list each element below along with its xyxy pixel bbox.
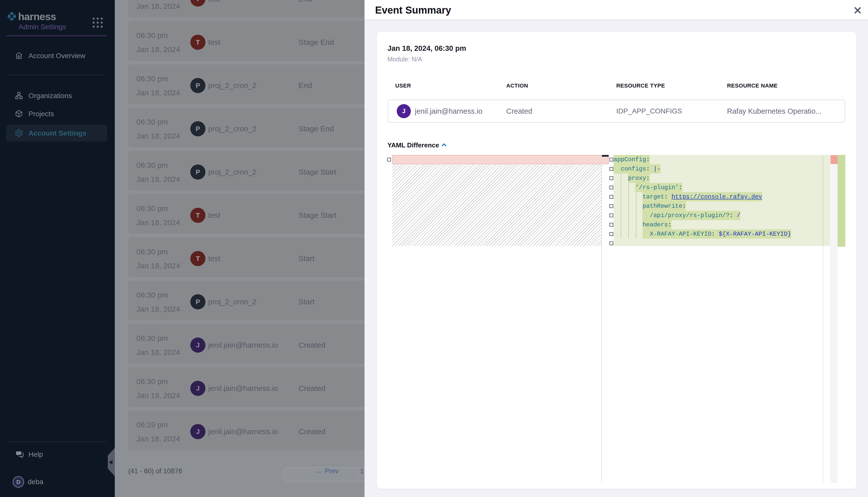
svg-text:?: ? bbox=[18, 451, 20, 455]
